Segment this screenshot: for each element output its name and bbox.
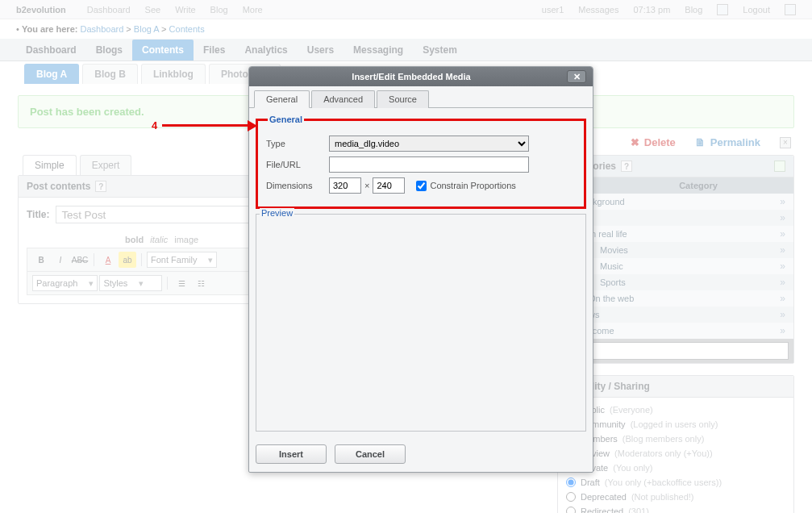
callout-arrow: 4 (152, 119, 257, 131)
dimensions-label: Dimensions (266, 181, 329, 190)
type-label: Type (266, 139, 329, 148)
type-select[interactable]: media_dlg.video (329, 136, 529, 152)
dialog-titlebar[interactable]: Insert/Edit Embedded Media ✕ (249, 67, 593, 86)
fileurl-input[interactable] (329, 156, 529, 173)
dialog-tabs: General Advanced Source (249, 86, 593, 108)
height-input[interactable] (373, 177, 405, 194)
callout-number: 4 (152, 119, 157, 131)
media-dialog: Insert/Edit Embedded Media ✕ General Adv… (248, 66, 593, 473)
constrain-label: Constrain Proportions (427, 181, 515, 190)
dlgtab-advanced[interactable]: Advanced (311, 90, 375, 108)
dialog-title: Insert/Edit Embedded Media (256, 72, 567, 81)
insert-button[interactable]: Insert (256, 444, 327, 464)
dialog-close-button[interactable]: ✕ (567, 70, 586, 83)
constrain-checkbox[interactable] (416, 181, 427, 191)
fileurl-label: File/URL (266, 160, 329, 169)
dlgtab-general[interactable]: General (254, 90, 310, 108)
preview-frame: Preview (256, 214, 586, 432)
times-label: × (361, 181, 373, 190)
dialog-body: General Type media_dlg.video File/URL Di… (249, 108, 593, 438)
fieldset-legend: General (268, 115, 304, 124)
width-input[interactable] (329, 177, 361, 194)
dlgtab-source[interactable]: Source (377, 90, 429, 108)
preview-label: Preview (260, 208, 294, 218)
cancel-button[interactable]: Cancel (335, 444, 406, 464)
general-fieldset: General Type media_dlg.video File/URL Di… (256, 115, 586, 209)
dialog-buttons: Insert Cancel (249, 438, 593, 472)
